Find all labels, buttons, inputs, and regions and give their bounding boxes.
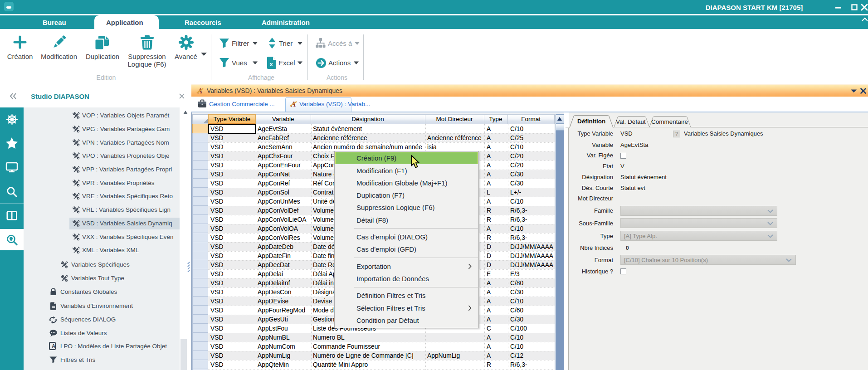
svg-text:A: A xyxy=(52,343,56,350)
svg-text:x: x xyxy=(269,61,273,68)
